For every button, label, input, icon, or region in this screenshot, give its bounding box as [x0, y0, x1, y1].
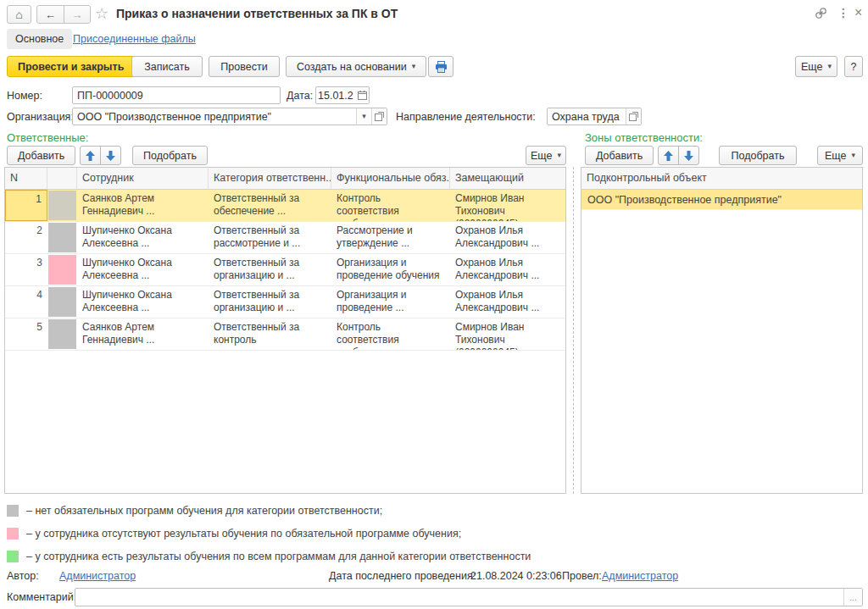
posted-by-label: Провел:: [562, 570, 602, 582]
date-input[interactable]: [316, 87, 355, 103]
chevron-down-icon: ▾: [412, 63, 416, 70]
responsibles-table: N Сотрудник Категория ответственн... Фун…: [4, 167, 566, 494]
duties-cell: Организация и проведение ...: [331, 286, 450, 318]
column-header-duties[interactable]: Функциональные обяз...: [331, 168, 450, 189]
chevron-down-icon: ▾: [362, 113, 366, 120]
column-header-object[interactable]: Подконтрольный объект: [581, 168, 862, 189]
responsibles-pick-button[interactable]: Подобрать: [132, 146, 208, 165]
date-label: Дата:: [287, 90, 313, 102]
deputy-cell: Охранов Илья Александрович ...: [450, 254, 565, 285]
zones-pick-button[interactable]: Подобрать: [719, 146, 797, 165]
get-link-icon[interactable]: [815, 7, 827, 19]
zones-move-up-button[interactable]: [658, 146, 679, 165]
duties-cell: Контроль соответствия требованиям ...: [331, 190, 450, 221]
write-button[interactable]: Записать: [131, 56, 203, 77]
organization-field-wrap: ▾: [72, 108, 387, 125]
zones-more-button[interactable]: Еще ▾: [817, 146, 863, 165]
help-button[interactable]: ?: [844, 56, 863, 77]
gray-swatch-icon: [7, 505, 19, 517]
deputy-cell: Смирнов Иван Тихонович (0000000045): [450, 318, 565, 350]
category-cell: Ответственный за контроль соответствия..…: [209, 318, 331, 350]
history-nav-group: ← →: [36, 5, 91, 24]
table-row[interactable]: 5 Саянков Артем Геннадиевич ... Ответств…: [5, 318, 565, 351]
training-indicator: [48, 319, 76, 349]
page-title: Приказ о назначении ответственных за ПК …: [116, 7, 398, 20]
chevron-down-icon: ▾: [851, 152, 855, 159]
column-header-n[interactable]: N: [5, 168, 47, 189]
column-header-deputy[interactable]: Замещающий: [450, 168, 565, 189]
author-link[interactable]: Администратор: [59, 570, 136, 582]
activity-input[interactable]: [548, 108, 626, 125]
tab-attached-files[interactable]: Присоединенные файлы: [70, 29, 199, 49]
zones-title: Зоны ответственности:: [585, 131, 703, 144]
chevron-down-icon: ▾: [557, 152, 561, 159]
print-button[interactable]: [428, 56, 453, 77]
table-row[interactable]: 3 Шупиченко Оксана Алексеевна ... Ответс…: [5, 254, 565, 286]
responsibles-move-down-button[interactable]: [100, 146, 121, 165]
number-input[interactable]: [73, 87, 280, 103]
table-row[interactable]: 2 Шупиченко Оксана Алексеевна ... Ответс…: [5, 222, 565, 254]
form-more-button[interactable]: Еще ▾: [795, 56, 837, 77]
comment-expand-button[interactable]: ...: [843, 589, 862, 606]
category-cell: Ответственный за организацию и ...: [209, 254, 331, 285]
training-indicator: [48, 287, 76, 317]
organization-open-button[interactable]: [371, 108, 387, 125]
home-button[interactable]: ⌂: [7, 5, 31, 24]
table-row[interactable]: 1 Саянков Артем Геннадиевич ... Ответств…: [5, 190, 565, 222]
green-swatch-icon: [7, 551, 19, 562]
zones-move-down-button[interactable]: [678, 146, 699, 165]
posted-by-link[interactable]: Администратор: [602, 570, 678, 582]
arrow-up-icon: [664, 151, 673, 161]
table-row[interactable]: ООО "Производственное предприятие": [581, 190, 862, 210]
responsibles-move-up-button[interactable]: [80, 146, 101, 165]
category-cell: Ответственный за рассмотрение и ...: [209, 222, 331, 253]
employee-cell: Шупиченко Оксана Алексеевна ...: [77, 222, 209, 253]
forward-icon: →: [72, 8, 83, 21]
forward-button[interactable]: →: [64, 5, 90, 24]
deputy-cell: Охранов Илья Александрович ...: [450, 222, 565, 253]
post-button[interactable]: Провести: [209, 56, 280, 77]
responsibles-more-button[interactable]: Еще ▾: [526, 146, 566, 165]
table-row[interactable]: 4 Шупиченко Оксана Алексеевна ... Ответс…: [5, 286, 565, 318]
duties-cell: Контроль соответствия требованиям ...: [331, 318, 450, 350]
panel-splitter[interactable]: [573, 167, 574, 494]
activity-field-wrap: [547, 108, 642, 125]
number-label: Номер:: [7, 90, 42, 102]
organization-label: Организация:: [7, 111, 74, 123]
back-icon: ←: [45, 8, 56, 21]
responsibles-title: Ответственные:: [7, 131, 88, 144]
category-cell: Ответственный за обеспечение ...: [209, 190, 331, 221]
zones-add-button[interactable]: Добавить: [585, 146, 654, 165]
arrow-up-icon: [86, 151, 95, 161]
favorite-star-icon[interactable]: ☆: [95, 4, 108, 23]
responsibles-table-header: N Сотрудник Категория ответственн... Фун…: [5, 168, 565, 190]
employee-cell: Саянков Артем Геннадиевич ...: [77, 318, 209, 350]
duties-cell: Рассмотрение и утверждение ...: [331, 222, 450, 253]
responsibles-add-button[interactable]: Добавить: [7, 146, 75, 165]
organization-dropdown-button[interactable]: ▾: [356, 108, 371, 125]
close-icon[interactable]: ×: [854, 5, 862, 20]
deputy-cell: Охранов Илья Александрович ...: [450, 286, 565, 318]
open-icon: [629, 112, 638, 121]
organization-input[interactable]: [73, 108, 356, 125]
back-button[interactable]: ←: [37, 5, 64, 24]
training-indicator: [48, 223, 76, 252]
training-indicator: [48, 255, 76, 285]
duties-cell: Организация и проведение обучения и...: [331, 254, 450, 285]
column-header-category[interactable]: Категория ответственн...: [209, 168, 331, 189]
zones-table-header: Подконтрольный объект: [581, 168, 862, 190]
employee-cell: Шупиченко Оксана Алексеевна ...: [77, 286, 209, 318]
post-and-close-button[interactable]: Провести и закрыть: [7, 56, 135, 77]
column-header-indicator[interactable]: [47, 168, 77, 189]
column-header-employee[interactable]: Сотрудник: [77, 168, 209, 189]
open-icon: [375, 112, 384, 121]
comment-label: Комментарий:: [7, 591, 76, 603]
comment-input[interactable]: [75, 589, 843, 606]
object-cell: ООО "Производственное предприятие": [581, 194, 787, 206]
deputy-cell: Смирнов Иван Тихонович (0000000045): [450, 190, 565, 221]
more-menu-icon[interactable]: ⋮: [837, 6, 849, 19]
activity-open-button[interactable]: [626, 108, 641, 125]
create-based-on-button[interactable]: Создать на основании ▾: [286, 56, 426, 77]
calendar-icon[interactable]: [355, 87, 369, 103]
tab-main[interactable]: Основное: [7, 29, 72, 49]
